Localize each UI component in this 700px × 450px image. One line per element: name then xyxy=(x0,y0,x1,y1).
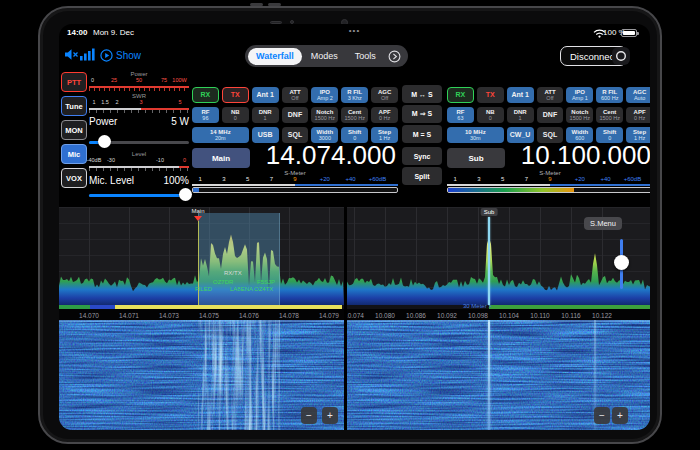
callsign-label[interactable]: LA8ENA xyxy=(230,286,253,292)
sub-btn-att[interactable]: ATTOff xyxy=(537,87,564,103)
power-slider-knob[interactable] xyxy=(98,135,111,148)
sub-vfo-button[interactable]: Sub xyxy=(447,148,505,168)
main-btn-apf[interactable]: APF0 Hz xyxy=(371,107,398,123)
button-tune[interactable]: Tune xyxy=(61,96,87,116)
mid-button-m-s[interactable]: M ⇒ S xyxy=(402,105,442,123)
main-btn-notch[interactable]: Notch1500 Hz xyxy=(311,107,338,123)
sub-btn-tx[interactable]: TX xyxy=(477,87,504,103)
main-btn-ipo[interactable]: IPOAmp 2 xyxy=(311,87,338,103)
main-zoom-out-button[interactable]: − xyxy=(301,407,317,424)
freq-tick-label: 14.070 xyxy=(79,312,99,319)
main-btn-14-mhz[interactable]: 14 MHz20m xyxy=(192,127,249,143)
mid-button-split[interactable]: Split xyxy=(402,167,442,185)
tab-tools[interactable]: Tools xyxy=(347,48,384,65)
power-label: Power xyxy=(89,116,117,127)
ring-icon xyxy=(615,50,627,62)
play-circle-icon[interactable] xyxy=(100,49,113,62)
sub-btn-notch[interactable]: Notch1500 Hz xyxy=(566,107,593,123)
level-meter: Level-40dB-30-100 xyxy=(89,152,189,172)
freq-tick-label: 14.075 xyxy=(199,312,219,319)
main-btn-rx[interactable]: RX xyxy=(192,87,219,103)
main-btn-r-fil[interactable]: R FIL3 Khz xyxy=(341,87,368,103)
band-segment xyxy=(90,305,115,309)
swr-meter: SWR11.5235 xyxy=(89,94,189,114)
sub-spectrum[interactable]: Sub S.Menu 30 Meter > 10.07410.08010.086… xyxy=(347,207,650,320)
sub-btn-apf[interactable]: APF0 Hz xyxy=(626,107,650,123)
sub-button-grid: RXTXAnt 1ATTOffIPOAmp 1R FIL600 HzAGCAut… xyxy=(447,87,650,143)
rxtx-marker-label[interactable]: RX/TX xyxy=(224,270,242,276)
tab-waterfall[interactable]: Waterfall xyxy=(248,48,302,65)
button-ptt[interactable]: PTT xyxy=(61,72,87,92)
sub-btn-agc[interactable]: AGCAuto xyxy=(626,87,650,103)
mid-button-sync[interactable]: Sync xyxy=(402,147,442,165)
sub-btn-nb[interactable]: NB0 xyxy=(477,107,504,123)
sub-marker-label[interactable]: Sub xyxy=(481,208,498,216)
main-btn-cent[interactable]: Cent1500 Hz xyxy=(341,107,368,123)
sub-marker-line xyxy=(488,217,490,305)
button-mon[interactable]: MON xyxy=(61,120,87,140)
band-segment xyxy=(59,305,90,309)
sub-btn-r-fil[interactable]: R FIL600 Hz xyxy=(596,87,623,103)
freq-tick-label: 10.110 xyxy=(530,312,549,319)
sub-frequency-axis[interactable]: 10.07410.08010.08610.09210.09810.10410.1… xyxy=(347,309,650,320)
sub-smeter: S-Meter13579+20+40+60dB xyxy=(447,170,650,198)
freq-tick-label: 14.073 xyxy=(159,312,179,319)
sub-btn-dnf[interactable]: DNF xyxy=(537,107,564,123)
main-spectrum[interactable]: Main 14.07014.07114.07314.07514.07614.07… xyxy=(59,207,344,320)
main-btn-agc[interactable]: AGCOff xyxy=(371,87,398,103)
main-btn-dnf[interactable]: DNF xyxy=(282,107,309,123)
main-zoom-in-button[interactable]: + xyxy=(322,407,338,424)
mic-slider-knob[interactable] xyxy=(179,188,192,201)
sub-btn-rf[interactable]: RF63 xyxy=(447,107,474,123)
freq-tick-label: 10.080 xyxy=(375,312,395,319)
sub-btn-ant-1[interactable]: Ant 1 xyxy=(507,87,534,103)
main-btn-att[interactable]: ATTOff xyxy=(282,87,309,103)
sub-btn-cent[interactable]: Cent1500 Hz xyxy=(596,107,623,123)
mic-level-slider[interactable] xyxy=(89,188,189,202)
freq-tick-label: 10.116 xyxy=(561,312,580,319)
main-vfo-button[interactable]: Main xyxy=(192,148,250,168)
button-vox[interactable]: VOX xyxy=(61,168,87,188)
callsign-label[interactable]: F5SJP xyxy=(257,279,275,285)
main-btn-nb[interactable]: NB0 xyxy=(222,107,249,123)
main-marker-line xyxy=(198,221,199,305)
freq-tick-label: 14.076 xyxy=(239,312,259,319)
sub-smeter-bar xyxy=(447,187,650,193)
tab-modes[interactable]: Modes xyxy=(303,48,346,65)
sub-btn-10-mhz[interactable]: 10 MHz30m xyxy=(447,127,504,143)
waterfall-row: − + − + xyxy=(59,320,650,430)
mic-slider-fill xyxy=(89,194,186,197)
freq-tick-label: 10.086 xyxy=(406,312,426,319)
camera-ring-button[interactable] xyxy=(612,47,630,65)
sub-zoom-out-button[interactable]: − xyxy=(594,407,610,424)
callsign-label[interactable]: OZ7DR xyxy=(213,279,233,285)
forward-circle-icon[interactable] xyxy=(388,50,401,63)
button-mic[interactable]: Mic xyxy=(61,144,87,164)
ref-slider-knob[interactable] xyxy=(614,255,629,270)
sub-btn-dnr[interactable]: DNR1 xyxy=(507,107,534,123)
sub-zoom-in-button[interactable]: + xyxy=(612,407,628,424)
main-frequency-axis[interactable]: 14.07014.07114.07314.07514.07614.07814.0… xyxy=(59,309,344,320)
mid-button-m-s[interactable]: M = S xyxy=(402,125,442,143)
main-btn-dnr[interactable]: DNR1 xyxy=(252,107,279,123)
muted-speaker-icon[interactable] xyxy=(64,48,79,61)
power-slider[interactable] xyxy=(89,135,189,149)
sub-btn-rx[interactable]: RX xyxy=(447,87,474,103)
main-btn-rf[interactable]: RF96 xyxy=(192,107,219,123)
s-menu-button[interactable]: S.Menu xyxy=(584,217,622,230)
carrier-streak xyxy=(488,320,490,430)
ref-level-slider[interactable] xyxy=(614,239,629,289)
callsign-label[interactable]: OZ4TX xyxy=(254,286,273,292)
signal-bars-icon[interactable] xyxy=(80,48,95,61)
main-btn-ant-1[interactable]: Ant 1 xyxy=(252,87,279,103)
callsign-label[interactable]: FILED xyxy=(195,286,212,292)
mic-level-row: Mic. Level 100% xyxy=(89,175,189,186)
mid-button-m-s[interactable]: M ↔ S xyxy=(402,85,442,103)
main-btn-tx[interactable]: TX xyxy=(222,87,249,103)
show-button[interactable]: Show xyxy=(116,50,141,61)
main-marker-label: Main xyxy=(191,208,204,214)
power-row: Power 5 W xyxy=(89,116,189,127)
sub-btn-ipo[interactable]: IPOAmp 1 xyxy=(566,87,593,103)
status-menu-dots[interactable]: ••• xyxy=(349,26,360,35)
status-time: 14:00 xyxy=(67,28,87,37)
